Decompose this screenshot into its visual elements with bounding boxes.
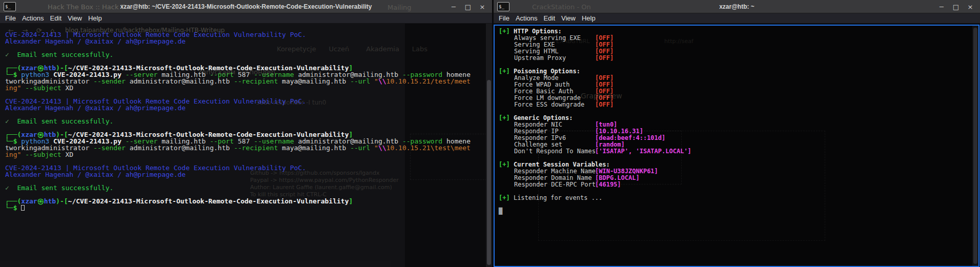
left-terminal-output: CVE-2024-21413 | Microsoft Outlook Remot… [5,31,471,211]
option-value: [BDPG.LOCAL] [595,174,640,181]
responder-option-row: Don't Respond To Names['ISATAP', 'ISATAP… [499,148,691,155]
option-value: [OFF] [595,94,614,101]
terminal-line: ┌──(xzar㉿htb)-[~/CVE-2024-21413-Microsof… [5,198,471,204]
maximize-button[interactable]: □ [464,3,472,11]
menu-item-view[interactable]: View [558,14,579,22]
terminal-line: Alexander Hagenah / @xaitax / ah@primepa… [5,171,471,178]
left-scrollbar-handle[interactable] [487,80,491,265]
close-button[interactable]: × [479,3,486,11]
option-value: [random] [595,141,625,148]
menu-item-help[interactable]: Help [579,14,599,22]
left-titlebar[interactable]: $_ xzar@htb: ~/CVE-2024-21413-Microsoft-… [0,0,492,13]
option-value: [OFF] [595,41,614,48]
minimize-button[interactable]: ─ [938,3,945,11]
menu-item-help[interactable]: Help [85,14,105,22]
terminal-line: ing" --subject XD [5,151,471,158]
terminal-line [499,201,691,208]
menu-item-actions[interactable]: Actions [513,14,541,22]
terminal-line: tworkingadministrator --sender administr… [5,145,471,151]
menu-item-view[interactable]: View [65,14,85,22]
terminal-app-icon[interactable]: $_ [497,2,509,11]
menu-item-edit[interactable]: Edit [541,14,558,22]
option-value: [OFF] [595,34,614,42]
option-value: [OFF] [595,74,614,81]
option-value: [OFF] [595,81,614,88]
responder-option-row: Responder DCE-RPC Port[46195] [499,181,691,188]
option-value: [OFF] [595,54,614,61]
left-scrollbar[interactable] [486,24,492,267]
menu-item-file[interactable]: File [2,14,19,22]
terminal-line: Alexander Hagenah / @xaitax / ah@primepa… [5,38,471,45]
option-value: [dead:beef:4::101d] [595,134,665,141]
option-value: [OFF] [595,101,614,108]
menu-item-edit[interactable]: Edit [47,14,65,22]
responder-option-row: Upstream Proxy[OFF] [499,55,691,61]
left-menubar: FileActionsEditViewHelp [0,13,492,24]
terminal-line: ✓ Email sent successfully. [5,184,471,191]
option-label: Responder DCE-RPC Port [514,181,595,188]
terminal-line: ✓ Email sent successfully. [5,118,471,125]
terminal-cursor-line: █ [499,208,691,215]
right-window-title: xzar@htb: ~ [719,3,754,10]
option-label: Force ESS downgrade [514,101,595,108]
terminal-app-icon[interactable]: $_ [4,2,16,11]
window-exploit-terminal: $_ xzar@htb: ~/CVE-2024-21413-Microsoft-… [0,0,492,267]
option-value: ['ISATAP', 'ISATAP.LOCAL'] [595,148,691,155]
right-menubar: FileActionsEditViewHelp [494,13,980,24]
menu-item-actions[interactable]: Actions [19,14,47,22]
right-terminal-output: [+] HTTP Options:Always serving EXE[OFF]… [499,28,691,215]
left-terminal-content[interactable]: CVE-2024-21413 | Microsoft Outlook Remot… [0,24,492,267]
minimize-button[interactable]: ─ [450,3,457,11]
option-value: [46195] [595,181,621,188]
right-scrollbar-handle[interactable] [973,28,977,264]
option-label: Don't Respond To Names [514,148,595,155]
left-window-title: xzar@htb: ~/CVE-2024-21413-Microsoft-Out… [120,3,372,10]
responder-status-line: [+] Listening for events ... [499,195,691,201]
terminal-line: tworkingadministrator --sender administr… [5,78,471,85]
terminal-line: ✓ Email sent successfully. [5,51,471,58]
option-value: [OFF] [595,48,614,55]
option-value: [OFF] [595,88,614,95]
right-terminal-content[interactable]: [+] HTTP Options:Always serving EXE[OFF]… [494,25,979,267]
option-label: Upstream Proxy [514,55,595,61]
right-scrollbar[interactable] [972,26,978,266]
desktop: $_ xzar@htb: ~/CVE-2024-21413-Microsoft-… [0,0,980,267]
responder-option-row: Force ESS downgrade[OFF] [499,101,691,108]
terminal-line: └─$ [5,204,471,211]
option-value: [WIN-U38JZQNKP61] [595,168,658,175]
option-value: [tun0] [595,121,617,128]
window-responder-terminal: $_ xzar@htb: ~ ─□× FileActionsEditViewHe… [494,0,980,267]
maximize-button[interactable]: □ [952,3,959,11]
terminal-line: ing" --subject XD [5,85,471,91]
close-button[interactable]: × [967,3,974,11]
right-titlebar[interactable]: $_ xzar@htb: ~ ─□× [494,0,980,13]
terminal-line: Alexander Hagenah / @xaitax / ah@primepa… [5,105,471,111]
option-value: [10.10.16.31] [595,128,643,135]
menu-item-file[interactable]: File [496,14,513,22]
